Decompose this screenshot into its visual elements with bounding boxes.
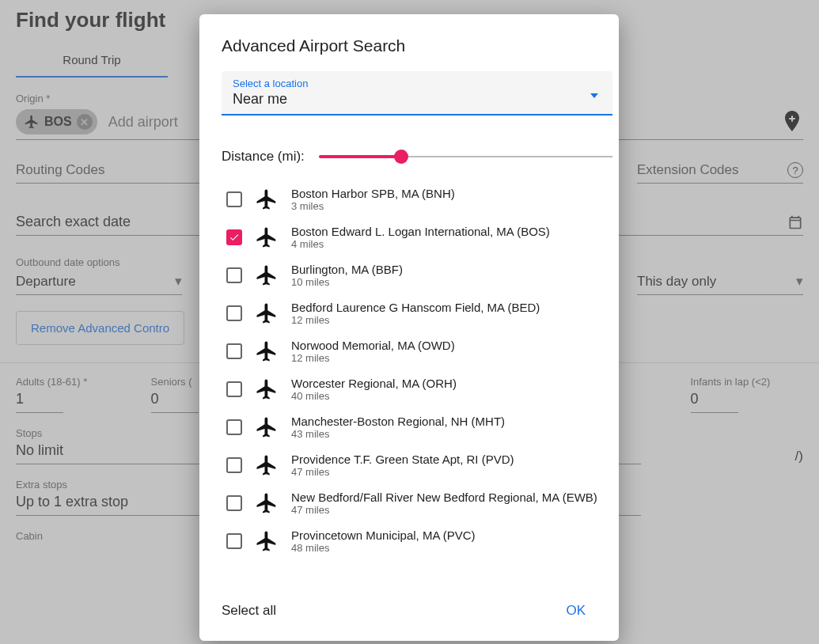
airport-checkbox[interactable] <box>226 457 242 473</box>
airport-checkbox[interactable] <box>226 267 242 283</box>
select-all-button[interactable]: Select all <box>222 603 276 619</box>
airport-distance: 12 miles <box>291 314 540 326</box>
airport-checkbox[interactable] <box>226 343 242 359</box>
airport-distance: 48 miles <box>291 542 476 554</box>
slider-fill <box>319 155 401 158</box>
distance-label: Distance (mi): <box>222 149 305 165</box>
plane-icon <box>255 377 279 401</box>
airport-distance: 40 miles <box>291 390 457 402</box>
plane-icon <box>255 453 279 477</box>
airport-name: Worcester Regional, MA (ORH) <box>291 377 457 390</box>
airport-distance: 12 miles <box>291 352 455 364</box>
airport-row[interactable]: Providence T.F. Green State Apt, RI (PVD… <box>222 446 598 484</box>
airport-row[interactable]: Norwood Memorial, MA (OWD)12 miles <box>222 332 598 370</box>
airport-name: Provincetown Municipal, MA (PVC) <box>291 528 476 542</box>
airport-checkbox[interactable] <box>226 381 242 397</box>
plane-icon <box>255 529 279 553</box>
plane-icon <box>255 339 279 363</box>
airport-checkbox[interactable] <box>226 305 242 321</box>
airport-name: New Bedford/Fall River New Bedford Regio… <box>291 491 597 504</box>
airport-distance: 4 miles <box>291 238 550 250</box>
airport-distance: 43 miles <box>291 428 505 440</box>
airport-checkbox[interactable] <box>226 191 242 207</box>
airport-name: Boston Edward L. Logan International, MA… <box>291 225 550 238</box>
airport-distance: 10 miles <box>291 276 403 288</box>
ok-button[interactable]: OK <box>558 598 593 623</box>
airport-name: Bedford Laurence G Hanscom Field, MA (BE… <box>291 301 540 314</box>
airport-checkbox[interactable] <box>226 495 242 511</box>
location-select-value: Near me <box>233 91 603 108</box>
airport-distance: 47 miles <box>291 504 597 516</box>
dialog-title: Advanced Airport Search <box>222 36 605 55</box>
airport-row[interactable]: Boston Edward L. Logan International, MA… <box>222 218 598 256</box>
airport-checkbox[interactable] <box>226 533 242 549</box>
airport-distance: 47 miles <box>291 466 514 478</box>
airport-row[interactable]: Boston Harbor SPB, MA (BNH)3 miles <box>222 180 598 218</box>
plane-icon <box>255 225 279 249</box>
airport-row[interactable]: Bedford Laurence G Hanscom Field, MA (BE… <box>222 294 598 332</box>
airport-name: Providence T.F. Green State Apt, RI (PVD… <box>291 453 514 466</box>
plane-icon <box>255 301 279 325</box>
location-select[interactable]: Select a location Near me <box>222 71 612 116</box>
airport-name: Norwood Memorial, MA (OWD) <box>291 339 455 352</box>
plane-icon <box>255 415 279 439</box>
airport-name: Burlington, MA (BBF) <box>291 263 403 276</box>
plane-icon <box>255 491 279 515</box>
airport-name: Boston Harbor SPB, MA (BNH) <box>291 187 455 200</box>
airport-row[interactable]: Provincetown Municipal, MA (PVC)48 miles <box>222 522 598 560</box>
chevron-down-icon <box>590 93 598 98</box>
distance-slider[interactable] <box>319 155 612 158</box>
slider-thumb[interactable] <box>394 150 408 164</box>
airport-distance: 3 miles <box>291 200 455 212</box>
airport-row[interactable]: Worcester Regional, MA (ORH)40 miles <box>222 370 598 408</box>
plane-icon <box>255 188 279 211</box>
airport-checkbox[interactable] <box>226 229 242 245</box>
airport-row[interactable]: Burlington, MA (BBF)10 miles <box>222 256 598 294</box>
airport-checkbox[interactable] <box>226 419 242 435</box>
airport-name: Manchester-Boston Regional, NH (MHT) <box>291 415 505 428</box>
airport-row[interactable]: Manchester-Boston Regional, NH (MHT)43 m… <box>222 408 598 446</box>
location-select-label: Select a location <box>233 78 603 89</box>
advanced-airport-search-dialog: Advanced Airport Search Select a locatio… <box>199 14 619 641</box>
airport-list[interactable]: Boston Harbor SPB, MA (BNH)3 milesBoston… <box>222 180 605 587</box>
plane-icon <box>255 263 279 287</box>
airport-row[interactable]: New Bedford/Fall River New Bedford Regio… <box>222 484 598 522</box>
